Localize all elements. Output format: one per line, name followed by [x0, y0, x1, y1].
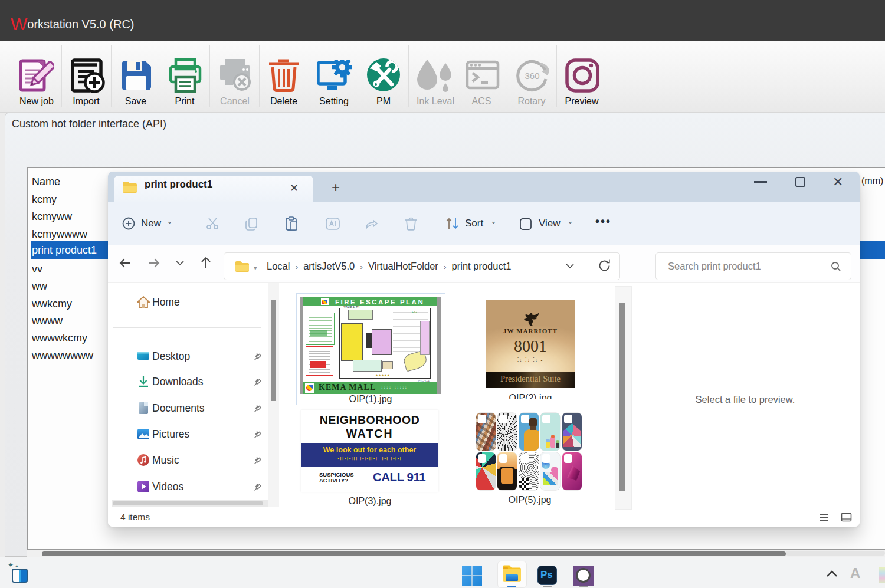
svg-text:360: 360 — [525, 71, 539, 81]
